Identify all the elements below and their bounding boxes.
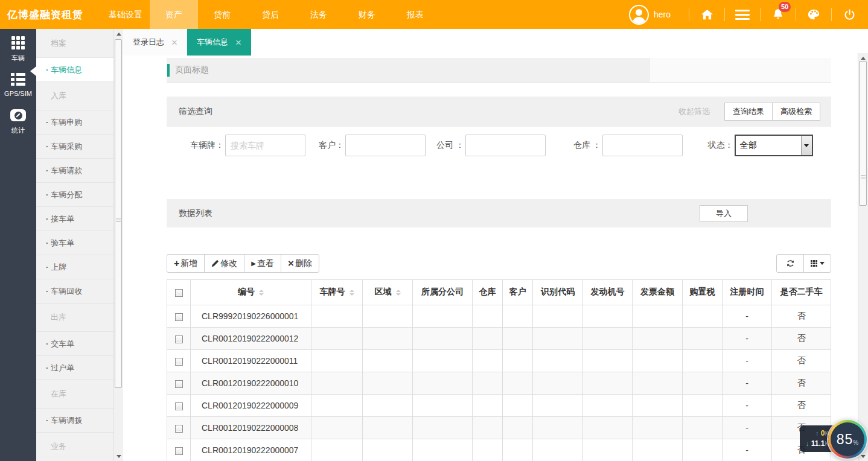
- menu-icon[interactable]: [735, 7, 750, 22]
- column-label: 区域: [375, 287, 392, 297]
- nav-item-0[interactable]: 基础设置: [101, 0, 150, 29]
- cell: [583, 417, 633, 439]
- sidebar-item-label: 车辆请款: [51, 165, 82, 176]
- rail-item-vehicle[interactable]: 车辆: [0, 35, 36, 71]
- toolbar-add-button[interactable]: +新增: [167, 254, 205, 273]
- cell: [311, 417, 363, 439]
- sidebar-item-13[interactable]: ·过户单: [36, 355, 113, 380]
- sidebar-item-8[interactable]: ·验车单: [36, 230, 113, 255]
- cell: [363, 395, 413, 417]
- sidebar-item-3[interactable]: ·车辆申购: [36, 110, 113, 134]
- sort-icon[interactable]: [259, 290, 264, 296]
- toolbar-view-button[interactable]: ▶查看: [244, 254, 281, 273]
- nav-item-3[interactable]: 贷后: [246, 0, 295, 29]
- sidebar-item-7[interactable]: ·接车单: [36, 206, 113, 230]
- close-icon[interactable]: ×: [171, 37, 177, 48]
- sort-icon[interactable]: [396, 290, 401, 296]
- sidebar-item-6[interactable]: ·车辆分配: [36, 182, 113, 206]
- column-header-0[interactable]: 编号: [191, 280, 311, 305]
- row-checkbox[interactable]: [175, 313, 183, 321]
- table-row: CLR00120190222000008-否: [167, 417, 831, 439]
- query-result-button[interactable]: 查询结果: [724, 103, 773, 121]
- row-checkbox[interactable]: [175, 380, 183, 388]
- hamburger-icon: [735, 10, 750, 20]
- bell-icon[interactable]: 50: [770, 7, 786, 22]
- scrollbar-thumb[interactable]: [115, 39, 122, 388]
- sort-icon[interactable]: [349, 290, 354, 296]
- cell: [633, 350, 683, 372]
- cell: [633, 328, 683, 350]
- power-icon[interactable]: [841, 7, 857, 22]
- palette-icon[interactable]: [806, 7, 822, 22]
- cell: [583, 439, 633, 461]
- refresh-button[interactable]: [776, 254, 804, 273]
- advanced-search-button[interactable]: 高级检索: [772, 103, 820, 121]
- cell: [583, 395, 633, 417]
- column-header-1[interactable]: 车牌号: [311, 280, 363, 305]
- filter-input-0[interactable]: [225, 135, 305, 156]
- toolbar-edit-button[interactable]: 修改: [204, 254, 244, 273]
- sidebar-item-4[interactable]: ·车辆采购: [36, 134, 113, 158]
- column-header-5: 客户: [503, 280, 533, 305]
- nav-item-1[interactable]: 资产: [150, 0, 198, 29]
- tab-vehicle-info[interactable]: 车辆信息 ×: [187, 29, 251, 56]
- row-checkbox[interactable]: [175, 447, 183, 455]
- row-checkbox[interactable]: [175, 358, 183, 366]
- tab-login-log[interactable]: 登录日志 ×: [123, 29, 187, 56]
- score-ring[interactable]: 85 %: [828, 420, 867, 459]
- filter-input-2[interactable]: [465, 135, 546, 156]
- nav-item-6[interactable]: 报表: [391, 0, 439, 29]
- rail-item-gps-sim[interactable]: GPS/SIM: [0, 71, 36, 107]
- avatar[interactable]: [629, 5, 649, 25]
- nav-item-5[interactable]: 财务: [343, 0, 391, 29]
- row-checkbox[interactable]: [175, 402, 183, 410]
- home-icon[interactable]: [699, 7, 715, 22]
- nav-item-2[interactable]: 贷前: [198, 0, 246, 29]
- select-all-checkbox[interactable]: [175, 289, 183, 297]
- main-scrollbar[interactable]: [858, 53, 868, 461]
- cell: [363, 439, 413, 461]
- row-checkbox[interactable]: [175, 425, 183, 433]
- sidebar-item-10[interactable]: ·车辆回收: [36, 279, 113, 303]
- cell: 否: [772, 305, 831, 328]
- row-checkbox[interactable]: [175, 335, 183, 343]
- filter-field-3: 仓库 ：: [573, 135, 683, 156]
- sidebar-scrollbar[interactable]: [113, 29, 123, 461]
- top-navbar: 亿博盛融资租赁 基础设置资产贷前贷后法务财务报表 hero 50: [0, 0, 868, 29]
- cell: [413, 350, 473, 372]
- bullet-icon: ·: [46, 416, 48, 425]
- sidebar-item-12[interactable]: ·交车单: [36, 331, 113, 355]
- scroll-up-icon[interactable]: [114, 29, 123, 39]
- import-button[interactable]: 导入: [700, 205, 748, 222]
- status-select[interactable]: 全部: [735, 135, 813, 156]
- close-icon[interactable]: ×: [235, 37, 241, 48]
- filter-input-1[interactable]: [345, 135, 426, 156]
- cell: -: [723, 439, 772, 461]
- filter-header-label: 筛选查询: [179, 106, 212, 117]
- sidebar-item-9[interactable]: ·上牌: [36, 255, 113, 279]
- cell: [413, 439, 473, 461]
- bullet-icon: ·: [46, 118, 48, 127]
- cell: 否: [772, 350, 831, 372]
- filter-field-label: 车辆牌：: [190, 140, 224, 151]
- sidebar-item-1[interactable]: ·车辆信息: [36, 57, 113, 81]
- rail-item-stats[interactable]: 统计: [0, 107, 36, 144]
- row-select-cell: [167, 350, 191, 372]
- nav-item-4[interactable]: 法务: [295, 0, 343, 29]
- column-header-8: 发票金额: [633, 280, 683, 305]
- filter-input-3[interactable]: [602, 135, 683, 156]
- sidebar-item-5[interactable]: ·车辆请款: [36, 158, 113, 182]
- nav-menu: 基础设置资产贷前贷后法务财务报表: [101, 0, 439, 29]
- select-dropdown-button[interactable]: [801, 136, 812, 155]
- scroll-down-icon[interactable]: [114, 451, 123, 461]
- collapse-filter-link[interactable]: 收起筛选: [678, 106, 710, 117]
- cell: [683, 350, 723, 372]
- columns-button[interactable]: [803, 254, 831, 273]
- cell: [503, 372, 533, 395]
- column-header-2[interactable]: 区域: [363, 280, 413, 305]
- cell: [583, 305, 633, 328]
- toolbar-delete-button[interactable]: ×删除: [281, 254, 319, 273]
- sidebar-item-15[interactable]: ·车辆调拨: [36, 408, 113, 432]
- scrollbar-thumb[interactable]: [859, 61, 867, 206]
- sort-down-icon: [259, 293, 264, 296]
